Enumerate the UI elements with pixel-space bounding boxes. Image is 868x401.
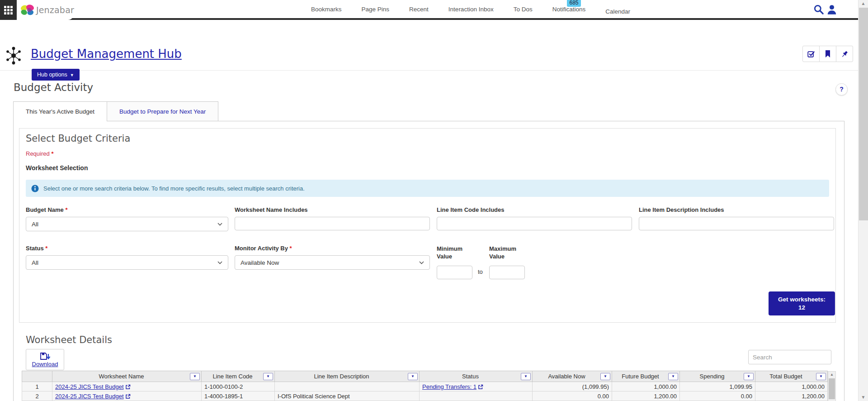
- worksheet-details-table: Worksheet Name▼ Line Item Code▼ Line Ite…: [22, 371, 836, 401]
- table-scrollbar-thumb[interactable]: [829, 378, 835, 399]
- nav-item-calendar[interactable]: Calendar: [605, 8, 630, 15]
- app-launcher-button[interactable]: [0, 0, 17, 20]
- table-row: 1 2024-25 JICS Test Budget 1-1000-0100-2…: [22, 382, 828, 391]
- budget-name-label: Budget Name *: [26, 206, 67, 213]
- filter-icon[interactable]: ▼: [263, 373, 273, 380]
- line-item-code-input[interactable]: [437, 217, 632, 230]
- table-row: 2 2024-25 JICS Test Budget 1-4000-1895-1…: [22, 391, 828, 401]
- scroll-down-icon[interactable]: ▼: [859, 394, 868, 401]
- line-item-code-label: Line Item Code Includes: [437, 206, 505, 213]
- pending-transfers-link[interactable]: Pending Transfers: 1: [422, 383, 476, 390]
- check-square-icon: [807, 50, 815, 58]
- pin-button[interactable]: [836, 46, 853, 62]
- monitor-activity-by-label: Monitor Activity By *: [235, 245, 292, 252]
- jenzabar-logo[interactable]: Jenzabar: [17, 0, 74, 20]
- range-to-label: to: [478, 268, 483, 275]
- nav-item-notifications[interactable]: 685 Notifications: [552, 6, 586, 13]
- nav-item-bookmarks[interactable]: Bookmarks: [311, 6, 342, 13]
- external-link-icon: [125, 394, 131, 399]
- filter-icon[interactable]: ▼: [744, 373, 754, 380]
- line-item-description-label: Line Item Description Includes: [639, 206, 724, 213]
- maximum-value-input[interactable]: [489, 266, 525, 279]
- minimum-value-input[interactable]: [437, 266, 472, 279]
- worksheet-name-input[interactable]: [235, 217, 430, 230]
- header-divider-strip: [0, 18, 868, 20]
- info-banner-text: Select one or more search criteria below…: [43, 185, 305, 192]
- worksheet-link[interactable]: 2024-25 JICS Test Budget: [55, 393, 124, 400]
- col-available-now: Available Now▼: [533, 371, 612, 382]
- bookmark-button[interactable]: [819, 46, 836, 62]
- notifications-count-badge: 685: [567, 0, 580, 7]
- filter-icon[interactable]: ▼: [521, 373, 531, 380]
- criteria-heading: Select Budget Criteria: [26, 133, 130, 144]
- worksheet-link[interactable]: 2024-25 JICS Test Budget: [55, 383, 124, 390]
- filter-icon[interactable]: ▼: [816, 373, 826, 380]
- maximum-value-label: Maximum Value: [489, 245, 519, 260]
- user-profile-icon[interactable]: [826, 4, 838, 15]
- budget-activity-heading: Budget Activity: [14, 81, 93, 93]
- nav-item-to-dos[interactable]: To Dos: [514, 6, 533, 13]
- line-item-description-input[interactable]: [639, 217, 834, 230]
- download-button[interactable]: Download: [26, 349, 64, 370]
- worksheet-selection-label: Worksheet Selection: [26, 164, 88, 172]
- external-link-icon: [125, 384, 131, 390]
- search-icon[interactable]: [813, 4, 825, 15]
- help-button[interactable]: ?: [835, 83, 848, 95]
- col-worksheet-name: Worksheet Name▼: [52, 371, 202, 382]
- table-header-row: Worksheet Name▼ Line Item Code▼ Line Ite…: [22, 371, 828, 382]
- get-worksheets-button[interactable]: Get worksheets: 12: [769, 291, 835, 315]
- col-row-number: [22, 371, 52, 382]
- hub-action-buttons: [803, 46, 853, 62]
- app-grid-icon: [4, 6, 13, 14]
- col-line-item-code: Line Item Code▼: [202, 371, 275, 382]
- dropdown-caret-icon: ▼: [70, 73, 74, 77]
- chevron-down-icon: [217, 223, 222, 226]
- info-icon: [31, 185, 39, 192]
- col-line-item-description: Line Item Description▼: [275, 371, 420, 382]
- info-banner: Select one or more search criteria below…: [26, 180, 829, 197]
- table-search-input[interactable]: [748, 350, 831, 364]
- top-nav-menu: Bookmarks Page Pins Recent Interaction I…: [311, 0, 630, 18]
- worksheet-name-label: Worksheet Name Includes: [235, 206, 308, 213]
- budget-activity-tabs: This Year's Active Budget Budget to Prep…: [13, 101, 218, 121]
- hub-header: Budget Management Hub Hub options▼: [0, 20, 868, 71]
- chevron-down-icon: [217, 261, 222, 264]
- nav-item-notifications-label: Notifications: [552, 6, 586, 13]
- monitor-activity-by-select[interactable]: Available Now: [235, 255, 430, 270]
- nav-item-recent[interactable]: Recent: [409, 6, 429, 13]
- tasks-button[interactable]: [802, 46, 820, 62]
- table-scrollbar[interactable]: ▲: [828, 371, 836, 401]
- budget-name-select[interactable]: All: [26, 217, 228, 231]
- filter-icon[interactable]: ▼: [600, 373, 610, 380]
- page-scrollbar-thumb[interactable]: [859, 8, 868, 220]
- filter-icon[interactable]: ▼: [408, 373, 418, 380]
- col-spending: Spending▼: [680, 371, 755, 382]
- required-asterisk: *: [51, 150, 53, 157]
- top-navigation-bar: Jenzabar Bookmarks Page Pins Recent Inte…: [0, 0, 868, 20]
- col-future-budget: Future Budget▼: [612, 371, 680, 382]
- tab-budget-to-prepare-next-year[interactable]: Budget to Prepare for Next Year: [107, 101, 218, 121]
- hub-molecule-icon: [4, 45, 24, 66]
- tab-this-years-active-budget[interactable]: This Year's Active Budget: [13, 101, 107, 121]
- status-select[interactable]: All: [26, 255, 228, 270]
- jenzabar-wordmark: Jenzabar: [36, 5, 74, 15]
- filter-icon[interactable]: ▼: [190, 373, 200, 380]
- nav-item-interaction-inbox[interactable]: Interaction Inbox: [448, 6, 494, 13]
- scroll-up-icon[interactable]: ▲: [828, 372, 835, 378]
- filter-icon[interactable]: ▼: [668, 373, 678, 380]
- minimum-value-label: Minimum Value: [437, 245, 467, 260]
- download-save-icon: [40, 352, 51, 360]
- chevron-down-icon: [419, 261, 424, 264]
- hub-options-button[interactable]: Hub options▼: [32, 69, 80, 81]
- page-scrollbar[interactable]: ▲ ▼: [858, 0, 868, 401]
- nav-item-page-pins[interactable]: Page Pins: [362, 6, 390, 13]
- budget-management-hub-page: Jenzabar Bookmarks Page Pins Recent Inte…: [0, 0, 868, 401]
- worksheet-details-heading: Worksheet Details: [26, 334, 112, 345]
- bookmark-icon: [824, 50, 831, 58]
- col-status: Status▼: [420, 371, 533, 382]
- external-link-icon: [478, 384, 483, 390]
- scroll-up-icon[interactable]: ▲: [859, 0, 868, 7]
- required-note: Required *: [26, 150, 53, 157]
- jenzabar-butterfly-icon: [20, 4, 34, 16]
- page-title-link[interactable]: Budget Management Hub: [31, 47, 182, 61]
